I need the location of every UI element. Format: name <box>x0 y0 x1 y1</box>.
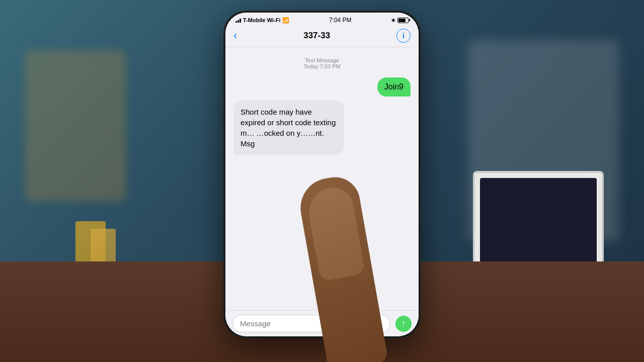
battery-icon <box>397 18 409 23</box>
received-message: Short code may have expired or short cod… <box>233 101 380 155</box>
phone-screen: T-Mobile Wi-Fi 📶 7:04 PM ∗ ‹ 337-33 <box>225 13 419 336</box>
status-left: T-Mobile Wi-Fi 📶 <box>235 17 289 24</box>
timestamp-time: Today 7:03 PM <box>233 63 411 69</box>
received-bubble: Short code may have expired or short cod… <box>233 101 344 155</box>
battery-fill <box>398 19 406 22</box>
messages-area[interactable]: Text Message Today 7:03 PM Join9 Short c… <box>225 47 419 310</box>
bluetooth-icon: ∗ <box>391 17 395 24</box>
phone-wrapper: T-Mobile Wi-Fi 📶 7:04 PM ∗ ‹ 337-33 <box>224 11 420 338</box>
send-button[interactable] <box>395 316 412 332</box>
info-button[interactable]: i <box>396 29 411 43</box>
info-icon: i <box>403 32 405 40</box>
scene: T-Mobile Wi-Fi 📶 7:04 PM ∗ ‹ 337-33 <box>0 0 644 362</box>
message-input[interactable] <box>232 315 390 332</box>
signal-bar-3 <box>239 19 241 23</box>
wifi-icon: 📶 <box>282 17 289 24</box>
status-time: 7:04 PM <box>329 17 352 24</box>
back-button[interactable]: ‹ <box>233 29 237 42</box>
sent-message: Join9 <box>264 77 411 97</box>
input-bar <box>225 310 419 336</box>
received-bubble-text: Short code may have expired or short cod… <box>240 108 336 148</box>
message-timestamp: Text Message Today 7:03 PM <box>233 57 411 69</box>
status-bar: T-Mobile Wi-Fi 📶 7:04 PM ∗ <box>225 13 419 26</box>
phone-device: T-Mobile Wi-Fi 📶 7:04 PM ∗ ‹ 337-33 <box>224 11 420 338</box>
carrier-label: T-Mobile Wi-Fi <box>243 17 280 23</box>
nav-bar: ‹ 337-33 i <box>225 26 419 47</box>
signal-bar-2 <box>237 20 239 23</box>
signal-bar-1 <box>235 21 237 23</box>
status-right: ∗ <box>391 17 409 24</box>
conversation-title: 337-33 <box>303 31 330 41</box>
sent-bubble: Join9 <box>377 77 411 97</box>
bg-blur-left <box>25 50 126 201</box>
timestamp-type: Text Message <box>233 57 411 63</box>
bg-monitor-screen <box>480 178 597 264</box>
signal-icon <box>235 18 241 23</box>
